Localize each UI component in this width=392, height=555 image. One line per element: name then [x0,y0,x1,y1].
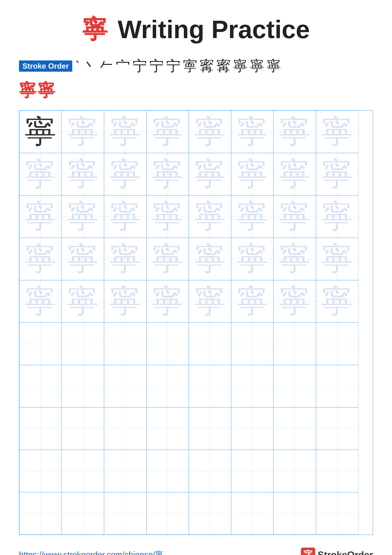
grid-cell-r1c6[interactable]: 寧 [231,110,274,153]
char-ghost: 寧 [321,243,353,275]
grid-cell-r2c2[interactable]: 寧 [62,153,104,195]
char-ghost: 寧 [25,285,56,317]
char-ghost: 寧 [194,116,226,148]
grid-cell-r4c8[interactable]: 寧 [316,238,358,280]
grid-cell-r10c7[interactable] [274,492,316,535]
grid-cell-r2c8[interactable]: 寧 [316,153,358,195]
grid-cell-r7c7[interactable] [274,365,316,407]
grid-cell-r1c8[interactable]: 寧 [316,110,358,153]
grid-cell-r7c8[interactable] [316,365,358,407]
stroke-char-3: 𠂉 [99,58,113,74]
grid-cell-r10c5[interactable] [189,492,231,535]
stroke-char-1: ` [75,58,80,74]
grid-cell-r7c1[interactable] [19,365,62,407]
grid-cell-r7c4[interactable] [146,365,189,407]
char-ghost: 寧 [321,285,353,317]
grid-cell-r6c8[interactable] [316,323,358,365]
grid-cell-r3c7[interactable]: 寧 [274,195,316,238]
grid-cell-r2c7[interactable]: 寧 [274,153,316,195]
grid-cell-r5c1[interactable]: 寧 [19,280,62,323]
grid-cell-r5c8[interactable]: 寧 [316,280,358,323]
grid-cell-r6c1[interactable] [19,323,62,365]
grid-cell-r5c5[interactable]: 寧 [189,280,231,323]
char-ghost: 寧 [67,285,99,317]
grid-cell-r3c1[interactable]: 寧 [19,195,62,238]
grid-cell-r9c8[interactable] [316,450,358,492]
grid-cell-r8c1[interactable] [19,407,62,450]
stroke-char-large-1: 寧 [19,79,36,102]
grid-cell-r8c4[interactable] [146,407,189,450]
grid-cell-r3c4[interactable]: 寧 [146,195,189,238]
grid-cell-r10c4[interactable] [146,492,189,535]
stroke-order-badge: Stroke Order [19,60,72,72]
grid-cell-r4c6[interactable]: 寧 [231,238,274,280]
grid-cell-r4c5[interactable]: 寧 [189,238,231,280]
grid-cell-r2c6[interactable]: 寧 [231,153,274,195]
grid-cell-r3c3[interactable]: 寧 [104,195,146,238]
title-section: 寧 Writing Practice [19,13,373,47]
grid-cell-r9c6[interactable] [231,450,274,492]
char-ghost: 寧 [321,201,353,232]
grid-cell-r8c7[interactable] [274,407,316,450]
grid-cell-r6c5[interactable] [189,323,231,365]
grid-cell-r8c8[interactable] [316,407,358,450]
grid-cell-r8c3[interactable] [104,407,146,450]
grid-cell-r4c4[interactable]: 寧 [146,238,189,280]
grid-cell-r3c5[interactable]: 寧 [189,195,231,238]
grid-cell-r6c6[interactable] [231,323,274,365]
grid-cell-r9c2[interactable] [62,450,104,492]
grid-cell-r5c4[interactable]: 寧 [146,280,189,323]
stroke-char-6: 宁 [150,56,164,76]
grid-cell-r10c1[interactable] [19,492,62,535]
char-ghost: 寧 [25,201,56,232]
grid-cell-r7c5[interactable] [189,365,231,407]
stroke-char-5: 宁 [133,56,147,76]
grid-cell-r9c7[interactable] [274,450,316,492]
grid-cell-r3c8[interactable]: 寧 [316,195,358,238]
grid-cell-r3c6[interactable]: 寧 [231,195,274,238]
grid-cell-r5c2[interactable]: 寧 [62,280,104,323]
grid-cell-r2c1[interactable]: 寧 [19,153,62,195]
grid-cell-r9c3[interactable] [104,450,146,492]
grid-cell-r8c5[interactable] [189,407,231,450]
grid-cell-r10c2[interactable] [62,492,104,535]
grid-cell-r1c2[interactable]: 寧 [62,110,104,153]
char-ghost: 寧 [109,116,141,148]
grid-cell-r4c2[interactable]: 寧 [62,238,104,280]
grid-cell-r3c2[interactable]: 寧 [62,195,104,238]
grid-cell-r2c3[interactable]: 寧 [104,153,146,195]
grid-cell-r8c6[interactable] [231,407,274,450]
grid-cell-r9c4[interactable] [146,450,189,492]
grid-cell-r5c6[interactable]: 寧 [231,280,274,323]
grid-cell-r10c3[interactable] [104,492,146,535]
char-ghost: 寧 [279,116,311,148]
char-ghost: 寧 [194,201,226,232]
grid-cell-r8c2[interactable] [62,407,104,450]
grid-cell-r6c2[interactable] [62,323,104,365]
grid-cell-r1c5[interactable]: 寧 [189,110,231,153]
grid-cell-r7c2[interactable] [62,365,104,407]
grid-cell-r9c5[interactable] [189,450,231,492]
grid-cell-r4c7[interactable]: 寧 [274,238,316,280]
grid-cell-r10c8[interactable] [316,492,358,535]
grid-cell-r1c4[interactable]: 寧 [146,110,189,153]
grid-cell-r6c4[interactable] [146,323,189,365]
grid-cell-r1c1[interactable]: 寧 [19,110,62,153]
grid-cell-r4c1[interactable]: 寧 [19,238,62,280]
grid-cell-r7c3[interactable] [104,365,146,407]
char-ghost: 寧 [152,116,183,148]
grid-cell-r2c5[interactable]: 寧 [189,153,231,195]
grid-cell-r4c3[interactable]: 寧 [104,238,146,280]
grid-cell-r10c6[interactable] [231,492,274,535]
footer-url[interactable]: https://www.strokeorder.com/chinese/寧 [19,549,163,555]
grid-cell-r1c7[interactable]: 寧 [274,110,316,153]
grid-cell-r5c3[interactable]: 寧 [104,280,146,323]
grid-cell-r7c6[interactable] [231,365,274,407]
grid-cell-r2c4[interactable]: 寧 [146,153,189,195]
grid-cell-r6c7[interactable] [274,323,316,365]
grid-cell-r1c3[interactable]: 寧 [104,110,146,153]
grid-cell-r9c1[interactable] [19,450,62,492]
grid-cell-r5c7[interactable]: 寧 [274,280,316,323]
char-ghost: 寧 [67,243,99,275]
grid-cell-r6c3[interactable] [104,323,146,365]
